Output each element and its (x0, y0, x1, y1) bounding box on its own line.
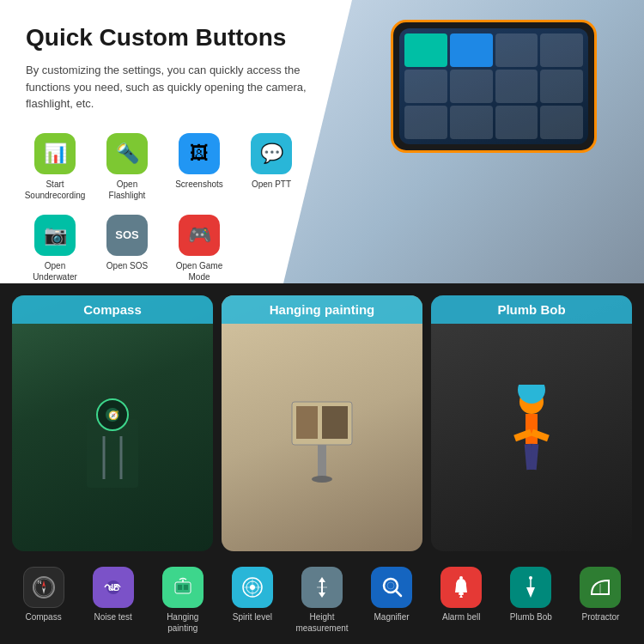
phone-key (404, 70, 447, 103)
phone-key (450, 106, 493, 139)
icon-circle: N (23, 567, 64, 608)
svg-rect-8 (322, 406, 348, 439)
icon-item-heightmeasurement[interactable]: Height measurement (291, 567, 353, 634)
svg-marker-44 (526, 587, 535, 598)
button-item[interactable]: 🎮Open Game Mode (170, 215, 228, 283)
icon-label: Spirit level (233, 611, 272, 623)
svg-rect-12 (526, 414, 538, 444)
icon-circle (510, 567, 551, 608)
button-item[interactable]: 💬Open PTT (242, 133, 301, 190)
svg-point-45 (529, 576, 532, 580)
phone-screen (399, 28, 588, 144)
phone-body (391, 20, 597, 153)
icon-label: Noise test (94, 611, 131, 623)
button-label: Open Underwater Camera (26, 260, 84, 284)
svg-point-41 (459, 576, 463, 580)
svg-rect-9 (318, 445, 326, 479)
svg-text:🧭: 🧭 (108, 410, 119, 421)
svg-point-18 (33, 577, 54, 598)
button-label: Open SOS (106, 260, 148, 271)
svg-point-39 (387, 582, 394, 589)
svg-marker-20 (42, 580, 46, 587)
icon-label: Plumb Bob (510, 611, 552, 623)
icon-circle (440, 567, 482, 608)
top-section: Quick Custom Buttons By customizing the … (0, 0, 644, 283)
button-item[interactable]: SOSOpen SOS (98, 215, 156, 271)
bottom-section: Compass 🧭 Hanging painting Plumb Bob (0, 283, 644, 644)
phone-key (404, 33, 447, 67)
icon-circle: dB (93, 567, 134, 608)
phone-image (361, 9, 627, 163)
title-green: Quick Custom (26, 24, 196, 51)
card-background (222, 295, 422, 551)
svg-text:N: N (38, 580, 41, 585)
card-background (431, 295, 632, 551)
button-item[interactable]: 📷Open Underwater Camera (26, 215, 84, 284)
card-label: Plumb Bob (431, 295, 632, 324)
icon-label: Height measurement (295, 611, 348, 634)
button-item[interactable]: 📊Start Soundrecording (26, 133, 84, 201)
button-icon: SOS (106, 215, 148, 256)
button-icon: 📊 (34, 133, 76, 174)
feature-card-plumb: Plumb Bob (431, 295, 632, 551)
phone-key (450, 70, 493, 103)
icon-label: Protractor (581, 611, 619, 623)
title-black: Buttons (196, 24, 287, 51)
button-icon: 💬 (251, 133, 292, 174)
button-item[interactable]: 🖼Screenshots (170, 133, 228, 190)
svg-rect-26 (178, 585, 182, 590)
icon-item-protractor[interactable]: Protractor (569, 567, 631, 623)
phone-key (540, 106, 583, 139)
phone-key (450, 33, 493, 67)
button-label: Open PTT (252, 179, 291, 190)
button-icon: 📷 (34, 215, 76, 256)
icon-label: Alarm bell (442, 611, 480, 623)
phone-key (495, 106, 538, 139)
phone-key (495, 70, 538, 103)
card-label: Compass (12, 295, 213, 324)
card-label: Hanging painting (222, 295, 422, 324)
icon-label: Hanging painting (167, 611, 198, 634)
button-item[interactable]: 🔦Open Flashlight (98, 133, 156, 201)
svg-point-10 (312, 476, 332, 483)
icon-item-plumbbob[interactable]: Plumb Bob (500, 567, 562, 623)
icons-row: NCompassdBNoise testHanging paintingSpir… (0, 560, 644, 644)
svg-rect-27 (184, 585, 188, 590)
phone-key (495, 33, 538, 67)
button-label: Start Soundrecording (25, 179, 86, 201)
button-label: Screenshots (175, 179, 223, 190)
svg-line-38 (396, 591, 401, 596)
svg-rect-7 (296, 406, 318, 439)
icon-item-spiritlevel[interactable]: Spirit level (222, 567, 283, 623)
phone-key (540, 33, 583, 67)
svg-marker-35 (319, 592, 325, 598)
cards-row: Compass 🧭 Hanging painting Plumb Bob (0, 283, 644, 560)
svg-rect-25 (175, 582, 191, 593)
icon-item-alarmbell[interactable]: Alarm bell (430, 567, 492, 623)
card-background: 🧭 (12, 295, 213, 551)
description: By customizing the settings, you can qui… (26, 62, 318, 112)
phone-key (540, 70, 583, 103)
phone-key (404, 106, 447, 139)
icon-label: Magnifier (374, 611, 410, 623)
icon-item-compass[interactable]: NCompass (13, 567, 75, 623)
buttons-row: 📊Start Soundrecording🔦Open Flashlight🖼Sc… (26, 133, 352, 284)
icon-item-noisetest[interactable]: dBNoise test (82, 567, 144, 623)
button-icon: 🔦 (106, 133, 148, 174)
button-label: Open Flashlight (98, 179, 156, 201)
svg-marker-21 (42, 587, 46, 594)
icon-item-magnifier[interactable]: Magnifier (361, 567, 422, 623)
icon-label: Compass (25, 611, 61, 623)
icon-circle (301, 567, 343, 608)
feature-card-compass: Compass 🧭 (12, 295, 213, 551)
button-label: Open Game Mode (170, 260, 228, 283)
icon-item-hangingpainting[interactable]: Hanging painting (152, 567, 214, 634)
feature-card-painting: Hanging painting (222, 295, 422, 551)
button-icon: 🖼 (179, 133, 220, 174)
icon-circle (162, 567, 204, 608)
icon-circle (580, 567, 621, 608)
button-icon: 🎮 (179, 215, 220, 256)
icon-circle (371, 567, 412, 608)
icon-circle (232, 567, 273, 608)
svg-marker-34 (319, 577, 325, 582)
